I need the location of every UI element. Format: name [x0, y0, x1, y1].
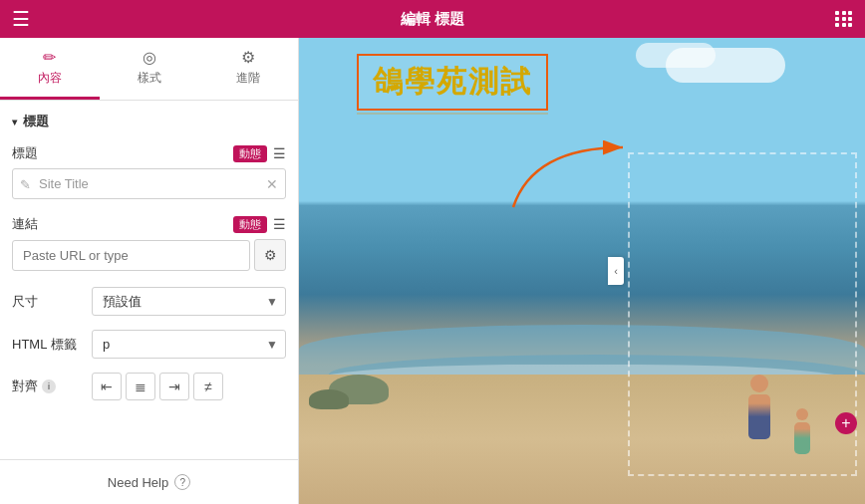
- html-tag-row: HTML 標籤 p h1 h2 h3 h4 h5 h6 ▼: [12, 330, 286, 359]
- heading-actions: 動態 ☰: [233, 145, 286, 162]
- person-child: [794, 408, 810, 454]
- size-row: 尺寸 預設值 小 中 大 ▼: [12, 287, 286, 316]
- grid-icon[interactable]: [835, 11, 853, 27]
- size-label: 尺寸: [12, 293, 92, 311]
- sidebar-footer: Need Help ?: [0, 459, 298, 504]
- url-input[interactable]: [12, 240, 250, 271]
- section-arrow-icon[interactable]: ▾: [12, 117, 17, 127]
- align-center-icon: ≣: [135, 378, 146, 394]
- main-layout: ✏ 內容 ◎ 樣式 ⚙ 進階 ▾ 標題 標題: [0, 38, 865, 504]
- size-select[interactable]: 預設值 小 中 大: [92, 287, 286, 316]
- canvas-add-button[interactable]: +: [835, 412, 857, 434]
- link-menu-icon[interactable]: ☰: [273, 216, 286, 232]
- gear-tab-icon: ⚙: [241, 48, 255, 67]
- tab-style[interactable]: ◎ 樣式: [100, 38, 199, 100]
- heading-field-group: 標題 動態 ☰ ✎ ✕: [12, 144, 286, 199]
- align-center-button[interactable]: ≣: [126, 373, 155, 400]
- tabs: ✏ 內容 ◎ 樣式 ⚙ 進階: [0, 38, 298, 101]
- align-right-icon: ⇥: [168, 378, 180, 394]
- style-icon: ◎: [143, 48, 156, 67]
- hamburger-icon[interactable]: ☰: [12, 7, 30, 31]
- canvas-heading-container: 鴿學苑測試: [357, 54, 548, 115]
- align-row: 對齊 i ⇤ ≣ ⇥ ≠: [12, 373, 286, 400]
- info-icon[interactable]: i: [42, 379, 56, 393]
- link-dynamic-tag[interactable]: 動態: [233, 216, 267, 233]
- top-bar-title: 編輯 標題: [401, 10, 464, 29]
- tab-advanced[interactable]: ⚙ 進階: [198, 38, 298, 100]
- section-title: 標題: [23, 113, 49, 130]
- url-row: ⚙: [12, 239, 286, 271]
- tab-content[interactable]: ✏ 內容: [0, 38, 100, 100]
- pencil-input-icon: ✎: [20, 176, 31, 191]
- sidebar-collapse-button[interactable]: ‹: [608, 257, 624, 285]
- pencil-icon: ✏: [43, 48, 56, 67]
- align-label-text: 對齊: [12, 378, 38, 395]
- heading-input[interactable]: [12, 168, 286, 199]
- html-tag-select[interactable]: p h1 h2 h3 h4 h5 h6: [92, 330, 286, 359]
- link-label: 連結: [12, 215, 38, 233]
- help-icon[interactable]: ?: [174, 474, 190, 490]
- help-text: Need Help: [108, 475, 168, 490]
- html-tag-select-wrapper: p h1 h2 h3 h4 h5 h6 ▼: [92, 330, 286, 359]
- url-settings-button[interactable]: ⚙: [254, 239, 286, 271]
- link-actions: 動態 ☰: [233, 216, 286, 233]
- align-left-button[interactable]: ⇤: [92, 373, 122, 400]
- link-field-label-row: 連結 動態 ☰: [12, 215, 286, 233]
- heading-label: 標題: [12, 144, 38, 162]
- align-buttons: ⇤ ≣ ⇥ ≠: [92, 373, 223, 400]
- align-right-button[interactable]: ⇥: [159, 373, 189, 400]
- align-justify-button[interactable]: ≠: [193, 373, 223, 400]
- settings-icon: ⚙: [264, 247, 277, 263]
- sidebar: ✏ 內容 ◎ 樣式 ⚙ 進階 ▾ 標題 標題: [0, 38, 299, 504]
- url-input-wrapper: [12, 240, 250, 271]
- section-heading: ▾ 標題: [12, 113, 286, 130]
- sidebar-content: ▾ 標題 標題 動態 ☰ ✎ ✕: [0, 101, 298, 459]
- person-adult: [748, 375, 770, 439]
- heading-menu-icon[interactable]: ☰: [273, 145, 286, 161]
- top-bar: ☰ 編輯 標題: [0, 0, 865, 38]
- link-field-group: 連結 動態 ☰ ⚙: [12, 215, 286, 271]
- tab-style-label: 樣式: [138, 70, 161, 87]
- tab-content-label: 內容: [38, 70, 62, 87]
- align-justify-icon: ≠: [204, 378, 212, 394]
- canvas-area: 鴿學苑測試 + ‹: [299, 38, 865, 504]
- heading-input-wrapper: ✎ ✕: [12, 168, 286, 199]
- html-tag-label: HTML 標籤: [12, 336, 92, 354]
- canvas-heading-text: 鴿學苑測試: [373, 65, 532, 98]
- align-left-icon: ⇤: [101, 378, 113, 394]
- heading-field-label-row: 標題 動態 ☰: [12, 144, 286, 162]
- tab-advanced-label: 進階: [236, 70, 260, 87]
- heading-clear-icon[interactable]: ✕: [266, 176, 278, 192]
- align-label: 對齊 i: [12, 378, 92, 395]
- heading-dynamic-tag[interactable]: 動態: [233, 145, 267, 162]
- size-select-wrapper: 預設值 小 中 大 ▼: [92, 287, 286, 316]
- cloud-2: [636, 43, 716, 68]
- rock-2: [309, 389, 349, 409]
